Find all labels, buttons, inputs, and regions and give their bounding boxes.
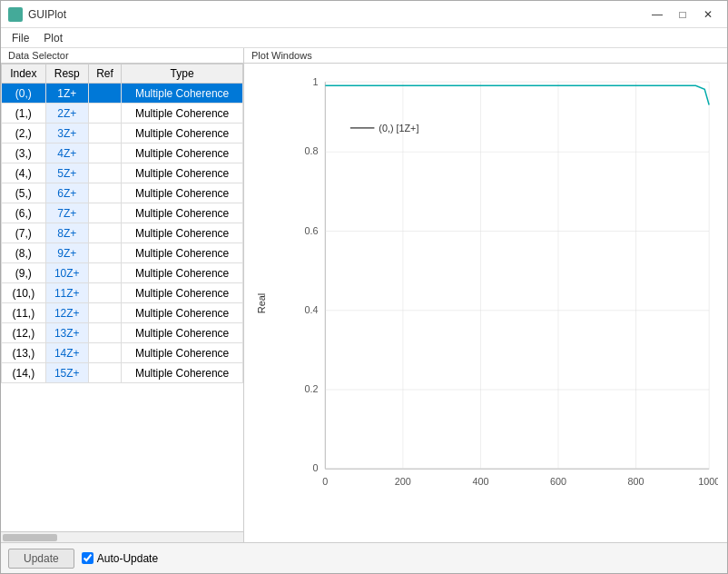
table-row[interactable]: (4,)5Z+Multiple Coherence (2, 163, 243, 183)
col-resp: Resp (45, 64, 88, 84)
table-row[interactable]: (11,)12Z+Multiple Coherence (2, 303, 243, 323)
cell-index: (1,) (2, 104, 46, 124)
cell-ref (88, 363, 121, 383)
cell-index: (2,) (2, 124, 46, 144)
cell-ref (88, 263, 121, 283)
table-body: (0,)1Z+Multiple Coherence(1,)2Z+Multiple… (2, 84, 243, 383)
table-row[interactable]: (12,)13Z+Multiple Coherence (2, 323, 243, 343)
cell-resp: 8Z+ (45, 223, 88, 243)
maximize-button[interactable]: □ (671, 5, 694, 25)
cell-type: Multiple Coherence (122, 183, 243, 203)
cell-resp: 5Z+ (45, 163, 88, 183)
title-bar: GUIPlot — □ ✕ (1, 1, 727, 28)
svg-text:1000: 1000 (698, 475, 718, 486)
cell-ref (88, 124, 121, 144)
cell-index: (8,) (2, 243, 46, 263)
col-ref: Ref (88, 64, 121, 84)
y-axis-label: Real (256, 292, 267, 313)
cell-type: Multiple Coherence (122, 323, 243, 343)
cell-resp: 6Z+ (45, 183, 88, 203)
section-labels-row: Data Selector Plot Windows (1, 48, 727, 64)
cell-resp: 12Z+ (45, 303, 88, 323)
window-title: GUIPlot (28, 8, 66, 21)
cell-type: Multiple Coherence (122, 144, 243, 163)
menu-file[interactable]: File (5, 30, 36, 46)
cell-index: (9,) (2, 263, 46, 283)
cell-ref (88, 283, 121, 303)
svg-text:600: 600 (550, 475, 566, 486)
cell-ref (88, 163, 121, 183)
table-row[interactable]: (3,)4Z+Multiple Coherence (2, 144, 243, 163)
table-row[interactable]: (10,)11Z+Multiple Coherence (2, 283, 243, 303)
auto-update-text: Auto-Update (97, 552, 158, 565)
cell-type: Multiple Coherence (122, 263, 243, 283)
cell-type: Multiple Coherence (122, 84, 243, 104)
svg-text:0: 0 (322, 475, 328, 486)
cell-ref (88, 303, 121, 323)
svg-text:0.8: 0.8 (304, 145, 318, 156)
svg-text:1: 1 (312, 76, 318, 87)
cell-type: Multiple Coherence (122, 203, 243, 223)
cell-ref (88, 104, 121, 124)
svg-text:800: 800 (628, 475, 644, 486)
table-row[interactable]: (6,)7Z+Multiple Coherence (2, 203, 243, 223)
window-controls: — □ ✕ (645, 5, 720, 25)
cell-ref (88, 223, 121, 243)
cell-index: (6,) (2, 203, 46, 223)
cell-resp: 1Z+ (45, 84, 88, 104)
h-scroll-thumb (3, 534, 57, 541)
cell-resp: 10Z+ (45, 263, 88, 283)
right-panel: Real (244, 64, 727, 542)
update-button[interactable]: Update (8, 549, 74, 569)
cell-resp: 3Z+ (45, 124, 88, 144)
cell-ref (88, 203, 121, 223)
cell-resp: 14Z+ (45, 343, 88, 363)
table-container[interactable]: Index Resp Ref Type (0,)1Z+Multiple Cohe… (1, 64, 243, 531)
table-row[interactable]: (1,)2Z+Multiple Coherence (2, 104, 243, 124)
cell-ref (88, 84, 121, 104)
table-header: Index Resp Ref Type (2, 64, 243, 84)
auto-update-checkbox[interactable] (82, 552, 93, 564)
cell-index: (12,) (2, 323, 46, 343)
main-window: GUIPlot — □ ✕ File Plot Data Selector Pl… (0, 0, 728, 574)
bottom-bar: Update Auto-Update (1, 542, 727, 573)
table-row[interactable]: (5,)6Z+Multiple Coherence (2, 183, 243, 203)
menu-bar: File Plot (1, 28, 727, 48)
minimize-button[interactable]: — (645, 5, 669, 25)
table-row[interactable]: (13,)14Z+Multiple Coherence (2, 343, 243, 363)
cell-type: Multiple Coherence (122, 303, 243, 323)
cell-resp: 15Z+ (45, 363, 88, 383)
svg-text:400: 400 (472, 475, 488, 486)
cell-resp: 4Z+ (45, 144, 88, 163)
cell-type: Multiple Coherence (122, 124, 243, 144)
main-content: Index Resp Ref Type (0,)1Z+Multiple Cohe… (1, 64, 727, 542)
app-icon (8, 7, 23, 22)
cell-ref (88, 243, 121, 263)
cell-type: Multiple Coherence (122, 363, 243, 383)
cell-resp: 11Z+ (45, 283, 88, 303)
cell-index: (14,) (2, 363, 46, 383)
cell-type: Multiple Coherence (122, 343, 243, 363)
cell-resp: 13Z+ (45, 323, 88, 343)
data-table: Index Resp Ref Type (0,)1Z+Multiple Cohe… (1, 64, 243, 383)
table-row[interactable]: (2,)3Z+Multiple Coherence (2, 124, 243, 144)
close-button[interactable]: ✕ (696, 5, 720, 25)
cell-index: (13,) (2, 343, 46, 363)
cell-index: (5,) (2, 183, 46, 203)
table-row[interactable]: (9,)10Z+Multiple Coherence (2, 263, 243, 283)
horizontal-scrollbar[interactable] (1, 531, 243, 542)
table-row[interactable]: (7,)8Z+Multiple Coherence (2, 223, 243, 243)
svg-text:200: 200 (395, 475, 411, 486)
cell-index: (3,) (2, 144, 46, 163)
svg-text:0.2: 0.2 (304, 383, 318, 394)
table-row[interactable]: (0,)1Z+Multiple Coherence (2, 84, 243, 104)
cell-ref (88, 343, 121, 363)
plot-windows-label: Plot Windows (244, 48, 727, 64)
menu-plot[interactable]: Plot (36, 30, 70, 46)
table-row[interactable]: (14,)15Z+Multiple Coherence (2, 363, 243, 383)
svg-text:0.6: 0.6 (304, 224, 318, 235)
table-row[interactable]: (8,)9Z+Multiple Coherence (2, 243, 243, 263)
auto-update-label[interactable]: Auto-Update (82, 552, 158, 565)
cell-index: (11,) (2, 303, 46, 323)
cell-type: Multiple Coherence (122, 104, 243, 124)
